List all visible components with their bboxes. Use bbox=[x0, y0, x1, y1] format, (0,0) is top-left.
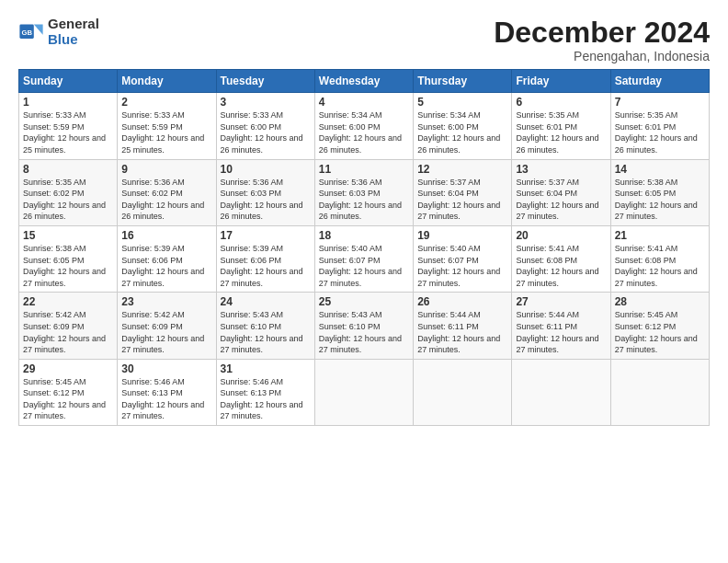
col-tuesday: Tuesday bbox=[216, 70, 314, 93]
calendar-cell-w5-d0: 29 Sunrise: 5:45 AMSunset: 6:12 PMDaylig… bbox=[19, 359, 118, 425]
day-info: Sunrise: 5:44 AMSunset: 6:11 PMDaylight:… bbox=[417, 309, 507, 355]
day-number: 1 bbox=[23, 96, 113, 109]
day-number: 15 bbox=[23, 229, 113, 242]
calendar-cell-w3-d0: 15 Sunrise: 5:38 AMSunset: 6:05 PMDaylig… bbox=[19, 225, 118, 292]
day-info: Sunrise: 5:33 AMSunset: 5:59 PMDaylight:… bbox=[23, 109, 113, 155]
day-number: 22 bbox=[23, 295, 113, 308]
day-number: 27 bbox=[516, 295, 606, 308]
day-info: Sunrise: 5:41 AMSunset: 6:08 PMDaylight:… bbox=[615, 243, 705, 289]
svg-text:GB: GB bbox=[22, 28, 33, 36]
day-info: Sunrise: 5:33 AMSunset: 5:59 PMDaylight:… bbox=[121, 109, 211, 155]
calendar-week-5: 29 Sunrise: 5:45 AMSunset: 6:12 PMDaylig… bbox=[19, 359, 710, 425]
svg-marker-1 bbox=[34, 24, 43, 34]
day-info: Sunrise: 5:43 AMSunset: 6:10 PMDaylight:… bbox=[319, 309, 409, 355]
day-info: Sunrise: 5:40 AMSunset: 6:07 PMDaylight:… bbox=[319, 243, 409, 289]
day-info: Sunrise: 5:45 AMSunset: 6:12 PMDaylight:… bbox=[23, 376, 113, 422]
header: GB General Blue December 2024 Penengahan… bbox=[18, 17, 710, 63]
calendar-cell-w2-d4: 12 Sunrise: 5:37 AMSunset: 6:04 PMDaylig… bbox=[414, 159, 512, 225]
day-number: 6 bbox=[516, 96, 606, 109]
col-monday: Monday bbox=[118, 70, 216, 93]
day-number: 4 bbox=[319, 96, 409, 109]
day-number: 5 bbox=[417, 96, 507, 109]
day-info: Sunrise: 5:45 AMSunset: 6:12 PMDaylight:… bbox=[615, 309, 705, 355]
day-number: 23 bbox=[121, 295, 211, 308]
calendar-cell-w3-d6: 21 Sunrise: 5:41 AMSunset: 6:08 PMDaylig… bbox=[610, 225, 709, 292]
col-sunday: Sunday bbox=[19, 70, 118, 93]
calendar-cell-w5-d5 bbox=[512, 359, 610, 425]
col-saturday: Saturday bbox=[610, 70, 709, 93]
col-wednesday: Wednesday bbox=[314, 70, 413, 93]
day-info: Sunrise: 5:42 AMSunset: 6:09 PMDaylight:… bbox=[23, 309, 113, 355]
day-info: Sunrise: 5:34 AMSunset: 6:00 PMDaylight:… bbox=[319, 109, 409, 155]
title-block: December 2024 Penengahan, Indonesia bbox=[494, 17, 710, 63]
calendar-cell-w2-d2: 10 Sunrise: 5:36 AMSunset: 6:03 PMDaylig… bbox=[216, 159, 314, 225]
calendar-cell-w3-d3: 18 Sunrise: 5:40 AMSunset: 6:07 PMDaylig… bbox=[314, 225, 413, 292]
calendar-cell-w5-d4 bbox=[414, 359, 512, 425]
day-info: Sunrise: 5:36 AMSunset: 6:02 PMDaylight:… bbox=[121, 177, 211, 223]
day-info: Sunrise: 5:33 AMSunset: 6:00 PMDaylight:… bbox=[221, 109, 311, 155]
logo-icon: GB bbox=[18, 19, 44, 45]
month-title: December 2024 bbox=[494, 17, 710, 49]
day-number: 25 bbox=[319, 295, 409, 308]
day-number: 2 bbox=[121, 96, 211, 109]
calendar-cell-w4-d0: 22 Sunrise: 5:42 AMSunset: 6:09 PMDaylig… bbox=[19, 293, 118, 359]
day-number: 14 bbox=[615, 163, 705, 176]
day-info: Sunrise: 5:44 AMSunset: 6:11 PMDaylight:… bbox=[516, 309, 606, 355]
calendar-cell-w3-d5: 20 Sunrise: 5:41 AMSunset: 6:08 PMDaylig… bbox=[512, 225, 610, 292]
logo: GB General Blue bbox=[18, 17, 99, 47]
calendar-cell-w1-d1: 2 Sunrise: 5:33 AMSunset: 5:59 PMDayligh… bbox=[118, 93, 216, 159]
calendar-cell-w4-d4: 26 Sunrise: 5:44 AMSunset: 6:11 PMDaylig… bbox=[414, 293, 512, 359]
day-info: Sunrise: 5:37 AMSunset: 6:04 PMDaylight:… bbox=[417, 177, 507, 223]
day-number: 24 bbox=[221, 295, 311, 308]
logo-text: General Blue bbox=[48, 17, 99, 47]
calendar-cell-w2-d3: 11 Sunrise: 5:36 AMSunset: 6:03 PMDaylig… bbox=[314, 159, 413, 225]
calendar-week-3: 15 Sunrise: 5:38 AMSunset: 6:05 PMDaylig… bbox=[19, 225, 710, 292]
day-number: 16 bbox=[121, 229, 211, 242]
day-info: Sunrise: 5:36 AMSunset: 6:03 PMDaylight:… bbox=[221, 177, 311, 223]
day-number: 21 bbox=[615, 229, 705, 242]
calendar-cell-w3-d1: 16 Sunrise: 5:39 AMSunset: 6:06 PMDaylig… bbox=[118, 225, 216, 292]
day-number: 3 bbox=[221, 96, 311, 109]
calendar-cell-w1-d6: 7 Sunrise: 5:35 AMSunset: 6:01 PMDayligh… bbox=[610, 93, 709, 159]
day-info: Sunrise: 5:37 AMSunset: 6:04 PMDaylight:… bbox=[516, 177, 606, 223]
day-info: Sunrise: 5:41 AMSunset: 6:08 PMDaylight:… bbox=[516, 243, 606, 289]
day-info: Sunrise: 5:38 AMSunset: 6:05 PMDaylight:… bbox=[615, 177, 705, 223]
calendar-cell-w5-d1: 30 Sunrise: 5:46 AMSunset: 6:13 PMDaylig… bbox=[118, 359, 216, 425]
calendar-cell-w2-d6: 14 Sunrise: 5:38 AMSunset: 6:05 PMDaylig… bbox=[610, 159, 709, 225]
day-number: 30 bbox=[121, 362, 211, 375]
calendar-cell-w1-d5: 6 Sunrise: 5:35 AMSunset: 6:01 PMDayligh… bbox=[512, 93, 610, 159]
calendar-cell-w1-d2: 3 Sunrise: 5:33 AMSunset: 6:00 PMDayligh… bbox=[216, 93, 314, 159]
col-thursday: Thursday bbox=[414, 70, 512, 93]
calendar-cell-w4-d2: 24 Sunrise: 5:43 AMSunset: 6:10 PMDaylig… bbox=[216, 293, 314, 359]
calendar-cell-w1-d4: 5 Sunrise: 5:34 AMSunset: 6:00 PMDayligh… bbox=[414, 93, 512, 159]
day-info: Sunrise: 5:39 AMSunset: 6:06 PMDaylight:… bbox=[121, 243, 211, 289]
day-number: 11 bbox=[319, 163, 409, 176]
calendar-cell-w3-d2: 17 Sunrise: 5:39 AMSunset: 6:06 PMDaylig… bbox=[216, 225, 314, 292]
day-number: 8 bbox=[23, 163, 113, 176]
calendar-cell-w4-d5: 27 Sunrise: 5:44 AMSunset: 6:11 PMDaylig… bbox=[512, 293, 610, 359]
day-info: Sunrise: 5:42 AMSunset: 6:09 PMDaylight:… bbox=[121, 309, 211, 355]
day-number: 17 bbox=[221, 229, 311, 242]
day-number: 9 bbox=[121, 163, 211, 176]
day-info: Sunrise: 5:43 AMSunset: 6:10 PMDaylight:… bbox=[221, 309, 311, 355]
calendar-table: Sunday Monday Tuesday Wednesday Thursday… bbox=[18, 69, 710, 426]
calendar-cell-w4-d1: 23 Sunrise: 5:42 AMSunset: 6:09 PMDaylig… bbox=[118, 293, 216, 359]
calendar-cell-w4-d3: 25 Sunrise: 5:43 AMSunset: 6:10 PMDaylig… bbox=[314, 293, 413, 359]
location-subtitle: Penengahan, Indonesia bbox=[494, 49, 710, 63]
calendar-cell-w1-d0: 1 Sunrise: 5:33 AMSunset: 5:59 PMDayligh… bbox=[19, 93, 118, 159]
day-info: Sunrise: 5:40 AMSunset: 6:07 PMDaylight:… bbox=[417, 243, 507, 289]
logo-blue-label: Blue bbox=[48, 32, 99, 48]
day-number: 7 bbox=[615, 96, 705, 109]
day-info: Sunrise: 5:39 AMSunset: 6:06 PMDaylight:… bbox=[221, 243, 311, 289]
calendar-week-2: 8 Sunrise: 5:35 AMSunset: 6:02 PMDayligh… bbox=[19, 159, 710, 225]
calendar-cell-w1-d3: 4 Sunrise: 5:34 AMSunset: 6:00 PMDayligh… bbox=[314, 93, 413, 159]
calendar-week-4: 22 Sunrise: 5:42 AMSunset: 6:09 PMDaylig… bbox=[19, 293, 710, 359]
calendar-cell-w5-d2: 31 Sunrise: 5:46 AMSunset: 6:13 PMDaylig… bbox=[216, 359, 314, 425]
day-info: Sunrise: 5:35 AMSunset: 6:01 PMDaylight:… bbox=[615, 109, 705, 155]
logo-general-label: General bbox=[48, 17, 99, 32]
calendar-week-1: 1 Sunrise: 5:33 AMSunset: 5:59 PMDayligh… bbox=[19, 93, 710, 159]
day-number: 20 bbox=[516, 229, 606, 242]
calendar-header-row: Sunday Monday Tuesday Wednesday Thursday… bbox=[19, 70, 710, 93]
col-friday: Friday bbox=[512, 70, 610, 93]
day-info: Sunrise: 5:35 AMSunset: 6:02 PMDaylight:… bbox=[23, 177, 113, 223]
